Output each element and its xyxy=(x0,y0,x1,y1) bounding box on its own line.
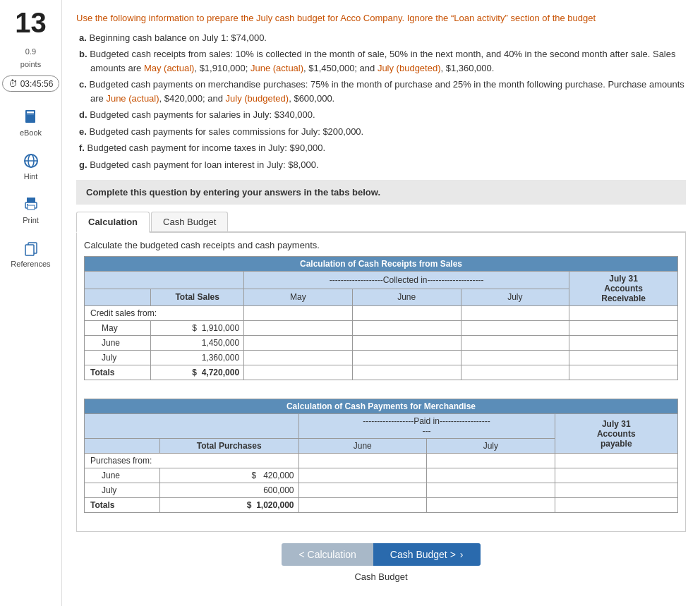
totals-june-input-cell[interactable] xyxy=(352,365,461,380)
totals-ar-input-cell[interactable] xyxy=(569,365,678,380)
june-header: June xyxy=(352,289,461,306)
timer-value: 03:45:56 xyxy=(20,79,54,89)
sidebar-item-references[interactable]: References xyxy=(0,233,61,274)
sidebar-item-print[interactable]: Print xyxy=(0,189,61,230)
totals-july-input[interactable] xyxy=(466,368,522,377)
timer-box: ⏱ 03:45:56 xyxy=(2,75,60,92)
july-ap-input-cell[interactable] xyxy=(555,483,677,498)
may-ar-input[interactable] xyxy=(574,323,630,333)
june-july-input-cell[interactable] xyxy=(461,336,569,351)
total-purchases-header: Total Purchases xyxy=(159,439,298,454)
june-header2: June xyxy=(298,439,427,454)
ebook-label: eBook xyxy=(20,128,42,137)
july-ap-input[interactable] xyxy=(560,485,616,495)
print-icon xyxy=(21,195,41,214)
july-july-purch-input[interactable] xyxy=(431,485,488,495)
tab-cash-budget[interactable]: Cash Budget xyxy=(151,212,228,231)
totals-value: $ 4,720,000 xyxy=(151,365,244,380)
june-total: 1,450,000 xyxy=(151,336,244,351)
totals-row: Totals $ 4,720,000 xyxy=(85,365,678,380)
june-june-purch-input-cell[interactable] xyxy=(298,468,427,483)
purch-totals-ap-input[interactable] xyxy=(560,500,616,510)
may-may-input[interactable] xyxy=(248,323,305,333)
instruction-text: Complete this question by entering your … xyxy=(86,187,380,198)
question-intro-text: Use the following information to prepare… xyxy=(76,13,596,23)
june-june-input-cell[interactable] xyxy=(352,336,461,351)
item-b: b. Budgeted cash receipts from sales: 10… xyxy=(79,47,686,75)
totals-may-input-cell[interactable] xyxy=(244,365,353,380)
svg-rect-11 xyxy=(25,245,34,255)
may-header: May xyxy=(244,289,353,306)
timer-icon: ⏱ xyxy=(8,78,18,89)
may-may-input-cell[interactable] xyxy=(244,321,353,336)
june-june-purch-input[interactable] xyxy=(303,471,360,480)
july-july-purch-input-cell[interactable] xyxy=(427,483,555,498)
totals-june-input[interactable] xyxy=(357,368,414,377)
table-row: June 1,450,000 xyxy=(85,336,678,351)
july-june-purch-cell xyxy=(298,483,427,498)
july31-ar-header: July 31AccountsReceivable xyxy=(569,272,678,306)
totals-may-input[interactable] xyxy=(248,368,305,377)
sidebar-item-hint[interactable]: Hint xyxy=(0,145,61,186)
may-ar-input-cell[interactable] xyxy=(569,321,678,336)
june-ap-input-cell[interactable] xyxy=(555,468,677,483)
purch-totals-july-input[interactable] xyxy=(431,500,488,510)
copy-icon xyxy=(21,238,41,258)
points-sublabel: points xyxy=(20,60,41,68)
svg-point-9 xyxy=(27,204,28,205)
table-row: July 600,000 xyxy=(85,483,678,498)
totals-label: Totals xyxy=(85,365,151,380)
may-june-input[interactable] xyxy=(357,323,414,333)
table-row: June $ 420,000 xyxy=(85,468,678,483)
june-july-purch-input[interactable] xyxy=(431,471,488,480)
credit-sales-label-row: Credit sales from: xyxy=(85,306,678,321)
purch-totals-row: Totals $ 1,020,000 xyxy=(85,498,678,513)
purch-totals-label: Totals xyxy=(85,498,160,513)
totals-july-input-cell[interactable] xyxy=(461,365,569,380)
july-purch-total: 600,000 xyxy=(159,483,298,498)
june-june-input[interactable] xyxy=(357,338,414,348)
book-icon xyxy=(21,107,41,127)
purch-totals-june-input-cell[interactable] xyxy=(298,498,427,513)
may-june-input-cell[interactable] xyxy=(352,321,461,336)
may-total-prefix: $ 1,910,000 xyxy=(151,321,244,336)
next-button[interactable]: Cash Budget > › xyxy=(373,543,481,566)
payments-table-title: Calculation of Cash Payments for Merchan… xyxy=(85,399,678,414)
july-july-input[interactable] xyxy=(466,353,522,363)
bottom-nav: < Calculation Cash Budget > › xyxy=(76,543,686,566)
item-d: d. Budgeted cash payments for salaries i… xyxy=(79,108,686,122)
purch-totals-value: $ 1,020,000 xyxy=(159,498,298,513)
prev-button[interactable]: < Calculation xyxy=(282,543,373,566)
item-e: e. Budgeted cash payments for sales comm… xyxy=(79,125,686,139)
purch-totals-july-input-cell[interactable] xyxy=(427,498,555,513)
july-june-cell xyxy=(352,351,461,365)
table-row: July 1,360,000 xyxy=(85,351,678,365)
main-content: Use the following information to prepare… xyxy=(62,0,700,606)
july-header: July xyxy=(461,289,569,306)
next-button-label: Cash Budget > xyxy=(390,549,456,560)
purchases-from-label: Purchases from: xyxy=(85,454,299,468)
item-g: g. Budgeted cash payment for loan intere… xyxy=(79,158,686,172)
print-label: Print xyxy=(23,216,39,224)
june-purch-total: $ 420,000 xyxy=(159,468,298,483)
july-header2: July xyxy=(427,439,555,454)
may-july-cell xyxy=(461,321,569,336)
svg-rect-2 xyxy=(27,114,34,114)
collected-in-label: -------------------Collected in---------… xyxy=(244,272,569,289)
tab-calculation[interactable]: Calculation xyxy=(76,212,150,233)
item-c: c. Budgeted cash payments on merchandise… xyxy=(79,78,686,105)
purchases-from-label-row: Purchases from: xyxy=(85,454,678,468)
sidebar-item-ebook[interactable]: eBook xyxy=(0,102,61,143)
july-july-input-cell[interactable] xyxy=(461,351,569,365)
june-july-input[interactable] xyxy=(466,338,522,348)
hint-label: Hint xyxy=(24,172,38,181)
june-ar-input[interactable] xyxy=(574,338,630,348)
purch-totals-june-input[interactable] xyxy=(303,500,360,510)
june-ar-input-cell[interactable] xyxy=(569,336,678,351)
june-ap-input[interactable] xyxy=(560,471,616,480)
globe-icon xyxy=(21,151,41,171)
purch-totals-ap-input-cell[interactable] xyxy=(555,498,677,513)
totals-ar-input[interactable] xyxy=(574,368,630,377)
june-purch-label: June xyxy=(85,468,160,483)
june-july-purch-input-cell[interactable] xyxy=(427,468,555,483)
